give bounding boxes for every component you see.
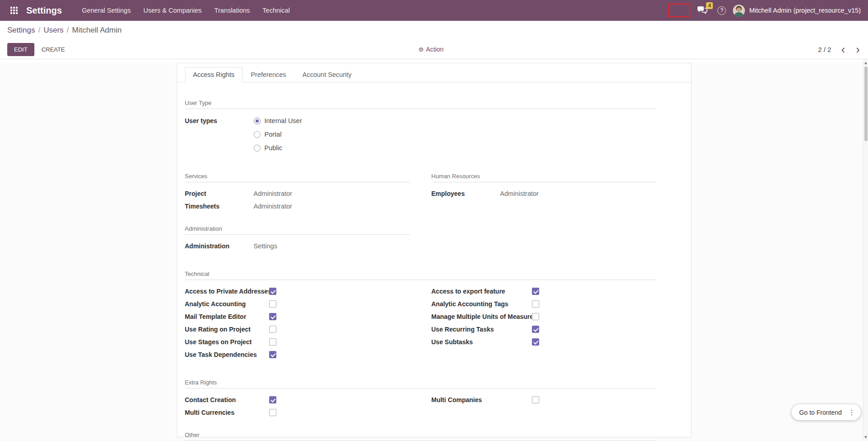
- field-label: Access to export feature: [432, 288, 532, 295]
- radio-option-internal-user[interactable]: Internal User: [254, 114, 656, 128]
- field-row: Analytic Accounting Tags: [432, 298, 656, 310]
- field-label: Use Task Dependencies: [185, 351, 269, 358]
- menu-users-companies[interactable]: Users & Companies: [137, 1, 208, 20]
- breadcrumb-separator: /: [38, 26, 40, 35]
- pager-next-icon[interactable]: ›: [855, 45, 861, 54]
- app-title[interactable]: Settings: [26, 5, 62, 16]
- avatar: [733, 5, 745, 17]
- field-row: Use Recurring Tasks: [432, 323, 656, 336]
- field-label: Analytic Accounting: [185, 300, 269, 308]
- field-row: Multi Currencies: [185, 406, 410, 419]
- field-label: Use Recurring Tasks: [432, 326, 532, 333]
- checkbox[interactable]: [532, 396, 539, 403]
- group-services: Services Project Administrator Timesheet…: [185, 173, 410, 213]
- section-heading: Services: [185, 173, 410, 182]
- menu-translations[interactable]: Translations: [208, 1, 256, 20]
- field-label: Analytic Accounting Tags: [432, 300, 532, 308]
- radio-label: Portal: [265, 131, 282, 138]
- field-row: Use Rating on Project: [185, 323, 410, 336]
- field-label: Multi Companies: [432, 396, 532, 403]
- user-menu[interactable]: Mitchell Admin (project_resource_v15): [733, 5, 861, 17]
- pager-count[interactable]: 2 / 2: [818, 46, 831, 53]
- checkbox[interactable]: [532, 338, 539, 346]
- field-label: Manage Multiple Units of Measure: [432, 313, 532, 320]
- checkbox[interactable]: [269, 288, 276, 295]
- group-administration: Administration Administration Settings: [185, 225, 410, 252]
- checkbox[interactable]: [532, 300, 539, 308]
- radio-icon[interactable]: [254, 118, 261, 124]
- section-heading: Human Resources: [432, 173, 656, 182]
- messages-menu-button[interactable]: 4: [697, 6, 708, 15]
- navbar-right: 4 ? Mitchell Admin (project_resource_v15…: [668, 4, 861, 17]
- field-row: User types Internal User Portal Publi: [185, 114, 656, 155]
- breadcrumb-current: Mitchell Admin: [72, 26, 122, 35]
- top-menu: General Settings Users & Companies Trans…: [76, 1, 296, 20]
- extra-rights-right-column: Multi Companies: [432, 394, 656, 406]
- technical-right-column: Access to export feature Analytic Accoun…: [432, 285, 656, 348]
- breadcrumb-users[interactable]: Users: [43, 26, 63, 35]
- help-button[interactable]: ?: [717, 6, 726, 15]
- scroll-down-icon[interactable]: [864, 436, 867, 439]
- checkbox[interactable]: [532, 326, 539, 333]
- field-row: Administration Settings: [185, 240, 410, 252]
- extra-rights-left-column: Contact Creation Multi Currencies: [185, 394, 410, 419]
- field-row: Mail Template Editor: [185, 310, 410, 323]
- radio-icon[interactable]: [254, 131, 261, 138]
- section-heading: Extra Rights: [185, 379, 656, 389]
- sheet-body: User Type User types Internal User Porta…: [177, 100, 691, 441]
- field-value: Administrator: [254, 190, 410, 197]
- scrollbar-thumb[interactable]: [864, 66, 868, 141]
- menu-general-settings[interactable]: General Settings: [76, 1, 137, 20]
- section-user-type: User Type User types Internal User Porta…: [185, 100, 656, 155]
- action-menu-button[interactable]: ⚙ Action: [418, 46, 444, 53]
- radio-option-public[interactable]: Public: [254, 141, 656, 155]
- checkbox[interactable]: [269, 338, 276, 346]
- top-navbar: Settings General Settings Users & Compan…: [0, 0, 868, 21]
- tab-account-security[interactable]: Account Security: [294, 67, 360, 82]
- checkbox[interactable]: [269, 326, 276, 333]
- create-button[interactable]: CREATE: [42, 46, 65, 53]
- section-services-hr: Services Project Administrator Timesheet…: [185, 173, 656, 213]
- field-row: Analytic Accounting: [185, 298, 410, 310]
- breadcrumb-separator: /: [67, 26, 69, 35]
- radio-icon[interactable]: [254, 145, 261, 152]
- apps-menu-button[interactable]: [7, 4, 21, 17]
- field-label: User types: [185, 114, 254, 124]
- menu-technical[interactable]: Technical: [256, 1, 296, 20]
- checkbox[interactable]: [269, 351, 276, 358]
- pager-previous-icon[interactable]: ‹: [840, 45, 846, 54]
- user-type-radio-group: Internal User Portal Public: [254, 114, 656, 155]
- field-label: Timesheets: [185, 203, 254, 210]
- kebab-menu-icon[interactable]: ⋮: [847, 408, 856, 417]
- form-sheet: Access Rights Preferences Account Securi…: [177, 63, 692, 437]
- tab-access-rights[interactable]: Access Rights: [185, 67, 243, 82]
- radio-option-portal[interactable]: Portal: [254, 128, 656, 141]
- content-area: Access Rights Preferences Account Securi…: [0, 63, 868, 441]
- user-name: Mitchell Admin (project_resource_v15): [749, 7, 861, 14]
- scroll-up-icon[interactable]: [864, 62, 867, 64]
- breadcrumb: Settings / Users / Mitchell Admin: [0, 21, 868, 40]
- edit-button[interactable]: EDIT: [7, 43, 34, 56]
- checkbox[interactable]: [269, 409, 276, 416]
- tab-preferences[interactable]: Preferences: [242, 67, 294, 82]
- checkbox[interactable]: [532, 313, 539, 320]
- section-heading: Administration: [185, 225, 410, 235]
- field-label: Employees: [432, 190, 500, 197]
- section-technical: Technical Access to Private Addresses An…: [185, 270, 656, 361]
- field-value: Settings: [254, 242, 410, 250]
- breadcrumb-settings[interactable]: Settings: [7, 26, 35, 35]
- field-label: Access to Private Addresses: [185, 288, 269, 295]
- question-mark-icon: ?: [721, 7, 724, 14]
- field-label: Use Rating on Project: [185, 326, 269, 333]
- section-administration: Administration Administration Settings: [185, 225, 656, 252]
- section-heading: Technical: [185, 270, 656, 280]
- field-row: Manage Multiple Units of Measure: [432, 310, 656, 323]
- field-row: Multi Companies: [432, 394, 656, 406]
- go-to-frontend-button[interactable]: Go to Frontend ⋮: [792, 404, 861, 420]
- checkbox[interactable]: [269, 300, 276, 308]
- checkbox[interactable]: [269, 313, 276, 320]
- field-value: Administrator: [500, 190, 656, 197]
- checkbox[interactable]: [269, 396, 276, 403]
- checkbox[interactable]: [532, 288, 539, 295]
- vertical-scrollbar[interactable]: [863, 59, 868, 441]
